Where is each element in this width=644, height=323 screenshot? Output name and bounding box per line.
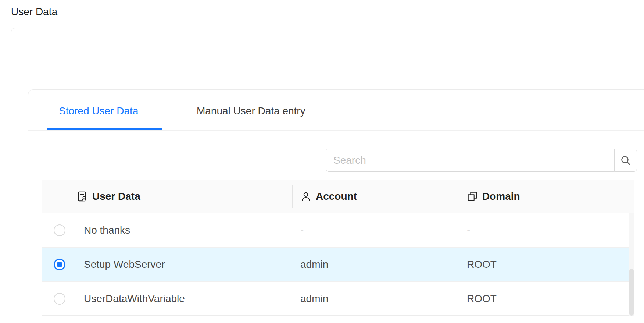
tab-manual-user-data-entry[interactable]: Manual User Data entry — [197, 106, 305, 117]
table-row[interactable]: UserDataWithVariable admin ROOT — [42, 282, 634, 316]
user-data-table: User Data Account Domain — [42, 180, 634, 316]
block-icon — [467, 191, 478, 202]
solution-icon — [77, 191, 88, 202]
column-separator — [292, 185, 293, 208]
cell-account: admin — [292, 248, 459, 281]
tabs-divider — [28, 130, 644, 131]
cell-domain: ROOT — [459, 282, 634, 315]
cell-user-data: UserDataWithVariable — [42, 282, 292, 315]
tab-stored-user-data[interactable]: Stored User Data — [59, 106, 138, 117]
cell-domain: - — [459, 213, 634, 247]
vertical-scrollbar-thumb[interactable] — [629, 269, 634, 316]
search-icon — [620, 155, 632, 166]
cell-account: - — [292, 213, 459, 247]
radio-button[interactable] — [54, 293, 65, 305]
table-header: User Data Account Domain — [42, 180, 634, 213]
column-header-user-data: User Data — [42, 180, 292, 213]
cell-domain: ROOT — [459, 248, 634, 281]
vertical-scrollbar[interactable] — [629, 213, 634, 316]
column-header-domain: Domain — [459, 180, 634, 213]
search-input[interactable] — [326, 149, 615, 172]
radio-button[interactable] — [54, 224, 65, 236]
cell-account: admin — [292, 282, 459, 315]
search-button[interactable] — [614, 149, 637, 172]
page-title: User Data — [11, 6, 57, 18]
table-row[interactable]: Setup WebServer admin ROOT — [42, 248, 634, 282]
radio-button[interactable] — [54, 259, 65, 270]
user-data-screen: User Data Stored User Data Manual User D… — [0, 0, 644, 323]
user-icon — [300, 191, 311, 202]
table-row[interactable]: No thanks - - — [42, 213, 634, 248]
column-header-account: Account — [292, 180, 459, 213]
cell-user-data: No thanks — [42, 213, 292, 247]
cell-user-data: Setup WebServer — [42, 248, 292, 281]
column-separator — [459, 185, 459, 208]
